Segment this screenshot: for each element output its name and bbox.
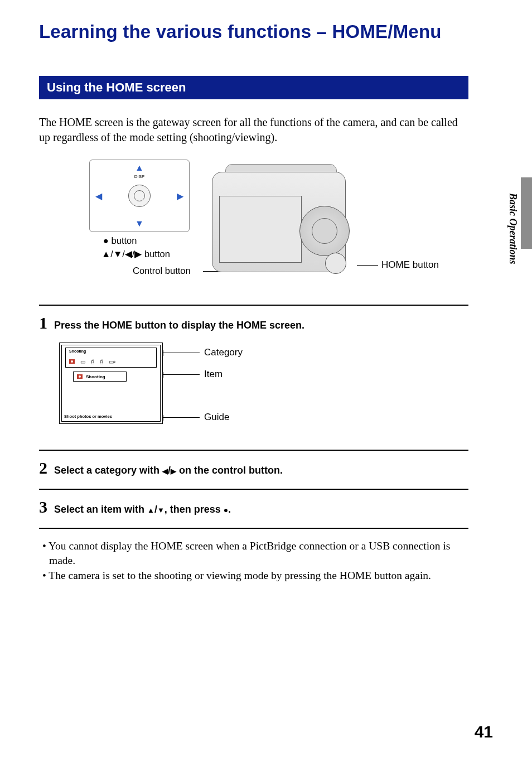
step-2: 2 Select a category with / on the contro… <box>39 459 468 478</box>
step-number: 2 <box>39 459 47 478</box>
figure-area: DISP button ▲/▼/◀/▶ button Control butto… <box>39 156 468 296</box>
view-icon: ▭ <box>80 359 85 365</box>
notes-list: You cannot display the HOME screen when … <box>39 539 468 583</box>
side-tab <box>521 177 532 249</box>
leader-line <box>163 417 200 418</box>
control-button-label: Control button <box>133 266 191 276</box>
step-3: 3 Select an item with /, then press . <box>39 498 468 517</box>
center-button-icon <box>128 185 151 207</box>
divider <box>39 305 468 306</box>
camera-icon <box>77 374 83 379</box>
arrow-right-icon <box>177 191 183 201</box>
arrow-down-icon <box>135 219 144 229</box>
step-number: 3 <box>39 498 47 517</box>
callout-item: Item <box>204 369 223 380</box>
dot-button-label: button <box>103 235 137 246</box>
intro-text: The HOME screen is the gateway screen fo… <box>39 115 468 145</box>
step-text: Press the HOME button to display the HOM… <box>54 320 304 331</box>
page-title: Learning the various functions – HOME/Me… <box>39 21 493 42</box>
section-heading: Using the HOME screen <box>39 76 468 99</box>
mock-category-title: Shooting <box>69 349 86 353</box>
callout-category: Category <box>204 347 243 358</box>
side-section-label: Basic Operations <box>507 193 519 264</box>
leader-line <box>163 353 200 353</box>
arrow-left-icon <box>95 191 102 201</box>
mock-icons-row: ▭ ⎙ ⎙ ▭› <box>69 357 153 366</box>
note-item: The camera is set to the shooting or vie… <box>49 568 468 583</box>
disp-label: DISP <box>134 174 145 179</box>
leader-line <box>357 265 378 266</box>
step-number: 1 <box>39 314 47 332</box>
divider <box>39 489 468 490</box>
mock-guide-text: Shoot photos or movies <box>64 414 112 419</box>
callout-guide: Guide <box>204 412 229 423</box>
arrow-right-icon <box>171 465 176 476</box>
step-1: 1 Press the HOME button to display the H… <box>39 314 468 332</box>
arrow-up-icon <box>147 504 154 515</box>
step-text: Select an item with /, then press . <box>54 504 231 515</box>
home-screen-mockup: Shooting ▭ ⎙ ⎙ ▭› Shooting Shoot photos … <box>39 338 468 438</box>
control-pad-illustration: DISP <box>89 160 190 232</box>
arrow-button-label: ▲/▼/◀/▶ button <box>101 249 170 259</box>
step-text: Select a category with / on the control … <box>54 465 283 476</box>
arrow-up-icon <box>135 163 144 173</box>
note-item: You cannot display the HOME screen when … <box>49 539 468 568</box>
divider <box>39 450 468 451</box>
print-icon: ⎙ <box>100 359 103 365</box>
divider <box>39 528 468 529</box>
toolbox-icon: ▭› <box>109 359 115 365</box>
home-button-icon <box>325 253 346 274</box>
home-button-label: HOME button <box>381 259 439 271</box>
slideshow-icon: ⎙ <box>91 359 94 365</box>
mock-item-text: Shooting <box>86 374 105 379</box>
camera-illustration <box>212 161 357 281</box>
camera-icon <box>69 359 75 364</box>
arrow-down-icon <box>157 504 165 515</box>
arrow-left-icon <box>162 465 168 476</box>
page-number: 41 <box>475 722 493 741</box>
leader-line <box>163 374 200 375</box>
